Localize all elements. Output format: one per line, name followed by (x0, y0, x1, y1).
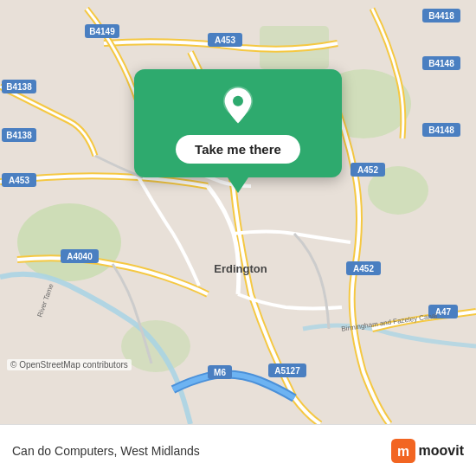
svg-text:B4148: B4148 (428, 125, 454, 135)
svg-text:B4138: B4138 (6, 131, 32, 140)
osm-credit: © OpenStreetMap contributors (7, 359, 132, 370)
moovit-logo: m moovit (391, 439, 464, 463)
svg-text:B4418: B4418 (428, 11, 454, 21)
svg-text:A453: A453 (215, 35, 235, 45)
location-popup: Take me there (134, 69, 342, 177)
svg-text:Erdington: Erdington (214, 262, 267, 275)
map-container: A453 B4149 B4138 B4138 A453 A4040 M6 A51… (0, 0, 476, 424)
svg-text:B4149: B4149 (89, 27, 115, 36)
location-text: Can do Computers, West Midlands (12, 444, 200, 458)
svg-text:M6: M6 (214, 368, 226, 377)
moovit-text: moovit (419, 443, 464, 459)
svg-text:A47: A47 (435, 307, 452, 317)
svg-point-1 (17, 203, 121, 281)
svg-text:B4138: B4138 (6, 82, 32, 92)
svg-text:A452: A452 (357, 165, 378, 175)
svg-text:B4148: B4148 (428, 59, 454, 68)
moovit-icon: m (391, 439, 415, 463)
svg-text:A4040: A4040 (67, 252, 93, 261)
svg-point-40 (233, 96, 243, 106)
bottom-bar: Can do Computers, West Midlands m moovit (0, 424, 476, 476)
location-pin-icon (217, 85, 259, 126)
svg-text:m: m (397, 444, 409, 459)
svg-text:A5127: A5127 (274, 366, 300, 376)
svg-text:A453: A453 (9, 176, 29, 185)
svg-text:A452: A452 (353, 264, 374, 273)
take-me-there-button[interactable]: Take me there (176, 135, 300, 164)
